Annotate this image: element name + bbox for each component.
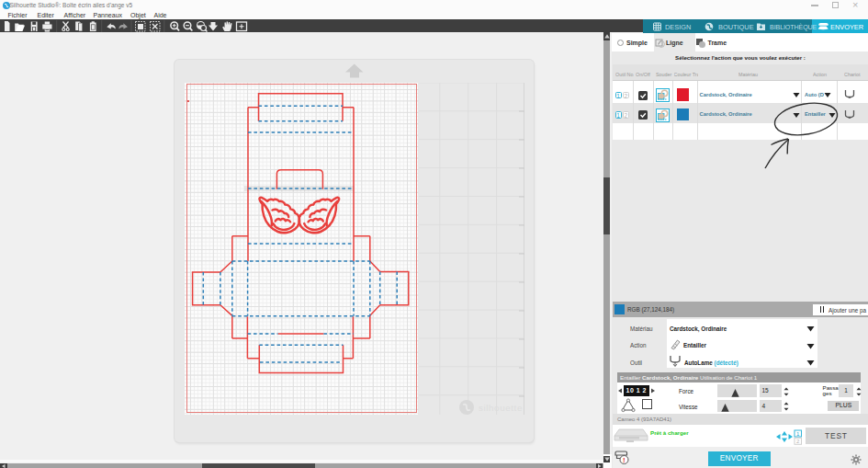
svg-text:!: ! [623, 456, 626, 464]
svg-text:DESIGN: DESIGN [665, 23, 691, 31]
svg-text:ENVOYER: ENVOYER [830, 23, 863, 31]
svg-text:BOUTIQUE: BOUTIQUE [718, 23, 754, 31]
svg-text:BIBLIOTHÈQUE: BIBLIOTHÈQUE [770, 23, 817, 31]
